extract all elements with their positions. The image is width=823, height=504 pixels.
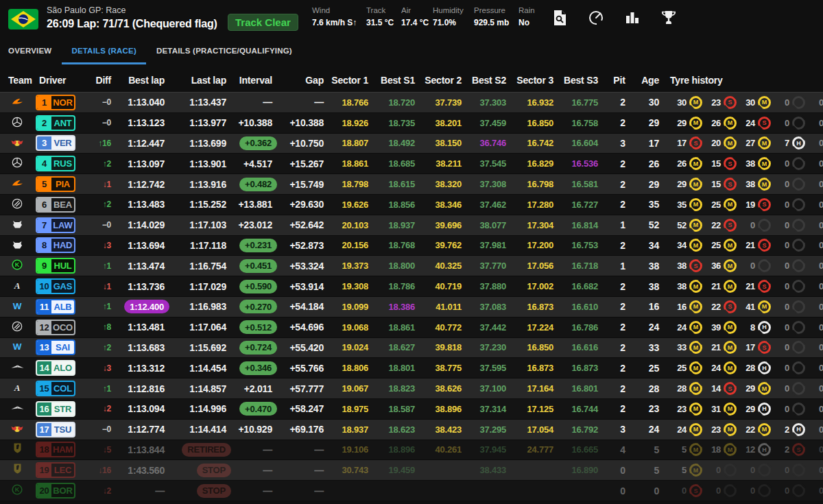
tyre-stint-3: 22M — [739, 423, 773, 436]
svg-text:W: W — [13, 341, 22, 351]
s1-cell: 18.807 — [326, 138, 371, 148]
bs2-cell: 37.981 — [464, 240, 509, 250]
s3-cell: 17.056 — [509, 261, 556, 271]
bs1-cell: 18.861 — [371, 322, 418, 333]
driver-row-tsu[interactable]: 17TSU−01:12.7741:14.414+10.929+69.17618.… — [0, 420, 823, 440]
pit-cell: 2 — [601, 158, 638, 169]
s1-cell: 18.798 — [326, 179, 371, 189]
last-lap-cell: 1:17.118 — [167, 240, 229, 251]
driver-badge: 1NOR — [36, 95, 75, 110]
driver-badge: 2ANT — [36, 115, 75, 131]
driver-row-bea[interactable]: 6BEA↑21:13.4831:15.252+13.881+29.63019.6… — [0, 195, 823, 215]
driver-row-lec[interactable]: 19LEC↓161:43.560STOP——30.74319.45938.433… — [0, 460, 823, 481]
tyre-stint-4: 2S — [773, 443, 807, 456]
driver-row-rus[interactable]: 4RUS↑21:13.0971:13.901+4.517+15.26718.86… — [0, 154, 823, 174]
s3-cell: 16.873 — [509, 363, 556, 373]
tyre-compound-m-icon: M — [689, 443, 702, 456]
tyre-compound-m-icon: M — [758, 136, 771, 149]
s3-cell: 17.002 — [509, 281, 556, 291]
s1-cell: 18.766 — [326, 97, 371, 108]
tyre-stint-3: 21S — [739, 239, 773, 252]
tyre-stint-laps: 21 — [739, 281, 755, 291]
tyre-stint-3: 19S — [739, 198, 773, 211]
trophy-icon[interactable] — [661, 10, 676, 25]
driver-abbr: LEC — [51, 464, 74, 477]
driver-row-sai[interactable]: W13SAI↑21:13.6831:15.692+0.724+55.42019.… — [0, 338, 823, 359]
last-lap-cell: STOP — [167, 484, 229, 498]
driver-position: 19 — [37, 464, 51, 477]
tyre-stint-2: 26M — [704, 117, 739, 130]
tyre-stint-laps: 0 — [807, 444, 823, 455]
session-report-icon[interactable] — [552, 10, 567, 25]
gap-cell: +58.247 — [275, 403, 326, 414]
diff-cell: ↓3 — [82, 241, 114, 250]
bar-chart-icon[interactable] — [625, 10, 640, 25]
driver-row-had[interactable]: 8HAD↓31:13.6941:17.118+0.231+52.87320.15… — [0, 236, 823, 256]
team-cell: A — [0, 280, 34, 292]
driver-row-ver[interactable]: 3VER↑161:12.4471:13.699+0.362+10.75018.8… — [0, 134, 823, 154]
driver-row-col[interactable]: A15COL↑11:12.8161:14.857+2.011+57.77719.… — [0, 379, 823, 399]
driver-row-alb[interactable]: W11ALB↑11:12.4001:16.983+0.270+54.18419.… — [0, 297, 823, 317]
bs2-cell: 37.083 — [464, 302, 509, 312]
bs1-cell: 19.459 — [371, 465, 418, 475]
alpine-logo-icon: A — [11, 383, 23, 394]
driver-position: 17 — [37, 423, 51, 436]
tyre-stint-laps: 52 — [670, 220, 687, 230]
s3-cell: 16.742 — [509, 138, 556, 148]
driver-row-alo[interactable]: 14ALO↓31:13.3121:14.454+0.346+55.76618.8… — [0, 358, 823, 379]
driver-row-law[interactable]: 7LAW−01:14.0291:17.103+23.012+52.64220.1… — [0, 215, 823, 236]
bs2-cell: 38.433 — [464, 465, 509, 475]
driver-row-hul[interactable]: K9HUL↑11:13.4741:16.754+0.451+53.32419.3… — [0, 256, 823, 276]
s2-cell: 40.719 — [418, 281, 464, 291]
tyre-stint-4: 0 — [773, 239, 807, 252]
tyre-compound-m-icon: M — [689, 361, 702, 374]
s3-cell: 16.850 — [509, 342, 556, 352]
driver-row-ham[interactable]: 18HAM↓51:13.844RETIRED——19.10618.89640.2… — [0, 440, 823, 461]
tyre-empty-icon — [792, 239, 805, 252]
pit-cell: 3 — [601, 138, 638, 149]
driver-cell: 8HAD — [34, 237, 82, 253]
last-lap-cell: 1:14.454 — [167, 363, 229, 374]
tyre-history-cell: 52M22S0000 — [662, 215, 823, 235]
best-lap-cell: 1:13.483 — [114, 199, 167, 210]
interval-cell: +0.270 — [229, 300, 275, 313]
gauge-icon[interactable] — [588, 10, 604, 25]
tyre-stint-4: 0 — [773, 403, 807, 416]
tyre-stint-laps: 17 — [739, 342, 755, 352]
bs2-cell: 37.770 — [464, 261, 509, 271]
bs3-cell: 16.792 — [556, 424, 601, 435]
col-last-lap: Last lap — [167, 75, 229, 86]
driver-row-oco[interactable]: 12OCO↑81:13.4811:17.064+0.512+54.69619.0… — [0, 317, 823, 338]
s3-cell: 17.280 — [509, 200, 556, 210]
driver-row-ant[interactable]: 2ANT−01:13.1231:13.977+10.388+10.38818.9… — [0, 113, 823, 134]
s2-cell: 38.201 — [418, 118, 464, 128]
bs3-cell: 16.801 — [556, 383, 601, 394]
pit-cell: 1 — [601, 219, 638, 230]
col-pit: Pit — [601, 75, 638, 86]
driver-abbr: LAW — [51, 219, 74, 232]
tyre-stint-laps: 19 — [739, 200, 755, 210]
driver-row-bor[interactable]: K20BOR↓2—STOP——000S00000 — [0, 481, 823, 501]
tyre-stint-laps: 33 — [670, 342, 687, 352]
driver-row-pia[interactable]: 5PIA↓11:12.7421:13.916+0.482+15.74918.79… — [0, 174, 823, 195]
age-cell: 5 — [638, 444, 662, 455]
tyre-empty-icon — [792, 178, 805, 191]
driver-row-gas[interactable]: A10GAS↓11:13.7361:17.029+0.590+53.91419.… — [0, 276, 823, 297]
driver-position: 8 — [37, 239, 51, 252]
bs1-cell: 18.615 — [371, 179, 418, 189]
tyre-stint-laps: 0 — [773, 97, 789, 108]
tyre-history-cell: 16M22S41M000 — [662, 297, 823, 317]
col-best-s1: Best S1 — [371, 75, 418, 86]
interval-cell: — — [229, 97, 275, 108]
tyre-stint-laps: 25 — [670, 363, 687, 373]
tyre-stint-3: 12H — [739, 443, 773, 456]
gap-cell: +10.750 — [275, 138, 326, 149]
tab-details-race[interactable]: DETAILS (RACE) — [71, 47, 136, 69]
tab-details-practice-qualifying[interactable]: DETAILS (PRACTICE/QUALIFYING) — [156, 47, 292, 69]
s2-cell: 38.150 — [418, 138, 464, 148]
tyre-compound-m-icon: M — [758, 300, 771, 313]
driver-row-str[interactable]: 16STR↓21:13.0941:14.996+0.470+58.24718.9… — [0, 399, 823, 420]
driver-row-nor[interactable]: 1NOR−01:13.0401:13.437——18.76618.72037.7… — [0, 93, 823, 113]
tab-overview[interactable]: OVERVIEW — [8, 47, 51, 69]
tyre-stint-4: 0 — [773, 361, 807, 374]
